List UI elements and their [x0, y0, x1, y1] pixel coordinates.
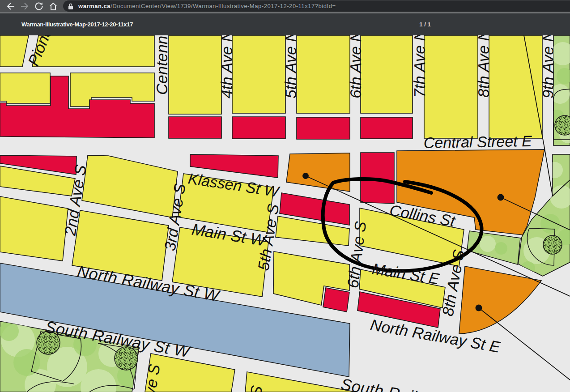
svg-text:5th Ave N: 5th Ave N	[282, 35, 299, 98]
svg-text:4th Ave N: 4th Ave N	[218, 35, 235, 98]
svg-text:8th Ave N: 8th Ave N	[475, 35, 492, 98]
svg-text:Central Street E: Central Street E	[423, 132, 532, 151]
svg-text:7th Ave N: 7th Ave N	[411, 35, 428, 98]
svg-text:9th Ave N: 9th Ave N	[539, 35, 557, 98]
svg-text:Centennial: Centennial	[153, 35, 170, 95]
svg-text:6th Ave N: 6th Ave N	[347, 35, 364, 98]
